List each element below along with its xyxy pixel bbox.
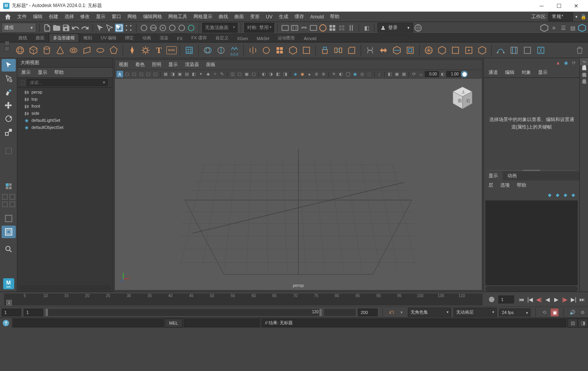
outliner-item-side[interactable]: ▮◗side <box>17 110 113 117</box>
shelf-tab-rendering[interactable]: 渲染 <box>155 33 173 42</box>
collapse-icon[interactable] <box>450 44 461 56</box>
shelf-tab-motion-graphics[interactable]: 运动图形 <box>273 33 299 42</box>
shelf-tab-uv-editing[interactable]: UV 编辑 <box>96 33 121 42</box>
step-forward-key-icon[interactable]: ▶| <box>569 295 578 304</box>
panel-splitter[interactable] <box>487 170 576 171</box>
audio-icon[interactable]: 🔊 <box>568 309 576 316</box>
menu-modify[interactable]: 修改 <box>77 12 93 22</box>
step-forward-icon[interactable]: |▶ <box>560 295 569 304</box>
menu-select[interactable]: 选择 <box>61 12 77 22</box>
poly-disc-icon[interactable] <box>94 44 106 56</box>
crease-icon[interactable] <box>508 44 520 56</box>
subdivide-icon[interactable] <box>274 44 286 56</box>
toggle-channel-box-icon[interactable]: ▤ <box>568 24 577 32</box>
vp-wireframe-on-shaded-icon[interactable]: ▢ <box>236 71 243 77</box>
search-tool-icon[interactable] <box>2 243 16 255</box>
vp-xray-joints-icon[interactable]: ● <box>306 71 313 77</box>
toggle-outliner-icon[interactable] <box>578 24 586 32</box>
shelf-tab-poly-modeling[interactable]: 多边形建模 <box>49 33 79 42</box>
vp-isolate-icon[interactable]: ◈ <box>292 71 299 77</box>
minimize-button[interactable]: ─ <box>533 0 550 12</box>
menu-surfaces[interactable]: 曲面 <box>231 12 247 22</box>
vp-multisample-icon[interactable]: ◨ <box>282 71 288 77</box>
vp-exposure-icon[interactable]: ↕ <box>376 71 383 77</box>
select-by-hierarchy-icon[interactable] <box>96 24 105 32</box>
menu-cache[interactable]: 缓存 <box>291 12 307 22</box>
script-lang-label[interactable]: MEL <box>165 319 182 327</box>
current-frame-field[interactable] <box>498 296 514 303</box>
new-scene-icon[interactable] <box>43 24 52 32</box>
vp-default-material-icon[interactable]: ⊕ <box>320 71 327 77</box>
vp-reset-icon[interactable]: ⟳ <box>411 71 417 77</box>
vp-depth-of-field-icon[interactable]: ◉ <box>352 71 358 77</box>
command-shell-icon[interactable]: ◨ <box>578 319 588 327</box>
vp-select-camera-icon[interactable]: A <box>116 71 123 77</box>
select-by-component-icon[interactable] <box>115 24 123 32</box>
vp-menu-lighting[interactable]: 照明 <box>150 61 163 69</box>
auto-key-icon[interactable]: ▣ <box>551 309 559 316</box>
shelf-tab-animation[interactable]: 动画 <box>138 33 155 42</box>
layer-menu-help[interactable]: 帮助 <box>515 181 528 189</box>
module-selector[interactable]: 建模 ▼ <box>2 23 36 33</box>
shelf-tab-arnold[interactable]: Arnold <box>299 35 321 42</box>
vp-exposure-value[interactable]: 0.00 <box>425 71 439 77</box>
render-view-icon[interactable] <box>309 24 318 32</box>
poly-superellipse-icon[interactable] <box>126 44 138 56</box>
scale-tool-icon[interactable] <box>2 126 16 138</box>
poly-cylinder-icon[interactable] <box>41 44 53 56</box>
fill-hole-icon[interactable] <box>436 44 448 56</box>
menu-edit[interactable]: 编辑 <box>30 12 46 22</box>
wedge-icon[interactable] <box>476 44 488 56</box>
smooth-icon[interactable] <box>260 44 272 56</box>
separate-icon[interactable] <box>215 44 227 56</box>
chevron-down-icon[interactable]: ▼ <box>102 81 106 84</box>
shelf-layout-icon[interactable] <box>5 46 9 51</box>
vp-view-transform-icon[interactable]: ▣ <box>393 71 400 77</box>
show-light-editor-icon[interactable] <box>337 24 346 32</box>
poly-type-icon[interactable]: T <box>153 44 165 56</box>
mirror-icon[interactable] <box>247 44 259 56</box>
anim-layer-dropdown[interactable]: 无动画层▼ <box>453 308 497 317</box>
vp-smooth-shade-icon[interactable]: ◫ <box>229 71 236 77</box>
vp-film-gate-icon[interactable]: ◨ <box>169 71 176 77</box>
toggle-tool-settings-icon[interactable]: ☰ <box>559 24 568 32</box>
vp-menu-renderer[interactable]: 渲染器 <box>183 61 201 69</box>
vp-shadow-icon[interactable]: ◐ <box>337 71 344 77</box>
go-to-end-icon[interactable]: ⏭ <box>578 295 586 304</box>
combine-icon[interactable] <box>202 44 214 56</box>
vp-gamma-label-icon[interactable]: ◐ <box>439 71 446 77</box>
poly-gear-icon[interactable] <box>140 44 151 56</box>
menu-uv[interactable]: UV <box>263 13 276 21</box>
multi-cut-icon[interactable] <box>391 44 403 56</box>
outliner-filter-icon[interactable] <box>19 79 27 86</box>
snap-curve-icon[interactable] <box>149 24 158 32</box>
vp-use-all-lights-icon[interactable]: ▢ <box>250 71 257 77</box>
step-back-key-icon[interactable]: |◀ <box>526 295 535 304</box>
insert-edge-loop-icon[interactable] <box>404 44 416 56</box>
extrude-icon[interactable] <box>319 44 331 56</box>
channel-reset-icon[interactable]: ⟳ <box>571 60 577 66</box>
menu-mesh-display[interactable]: 网格显示 <box>190 12 216 22</box>
target-weld-icon[interactable] <box>378 44 389 56</box>
vp-image-plane-icon[interactable]: ▢ <box>138 71 144 77</box>
range-end-field[interactable] <box>358 309 378 316</box>
select-by-object-icon[interactable] <box>105 24 114 32</box>
layer-menu-layers[interactable]: 层 <box>487 181 495 189</box>
maximize-button[interactable]: ☐ <box>550 0 568 12</box>
layer-new-selected-icon[interactable]: ◆ <box>570 192 576 198</box>
toggle-attribute-editor-icon[interactable]: ≡ <box>549 24 558 32</box>
menu-curves[interactable]: 曲线 <box>216 12 231 22</box>
layer-menu-options[interactable]: 选项 <box>499 181 511 189</box>
quad-draw-icon[interactable] <box>535 44 547 56</box>
poly-cube-icon[interactable] <box>28 44 39 56</box>
menu-display[interactable]: 显示 <box>93 12 109 22</box>
range-handle-right[interactable] <box>319 309 322 316</box>
shelf-tab-xgen[interactable]: XGen <box>233 35 253 42</box>
vp-exposure-label-icon[interactable]: ☼ <box>418 71 424 77</box>
shelf-trash-icon[interactable] <box>574 44 586 56</box>
vp-menu-shading[interactable]: 着色 <box>134 61 146 69</box>
snap-grid-icon[interactable] <box>140 24 148 32</box>
layer-tab-anim[interactable]: 动画 <box>503 171 522 180</box>
outliner-menu-display[interactable]: 显示 <box>36 68 49 77</box>
layout-single-icon[interactable] <box>2 180 16 193</box>
